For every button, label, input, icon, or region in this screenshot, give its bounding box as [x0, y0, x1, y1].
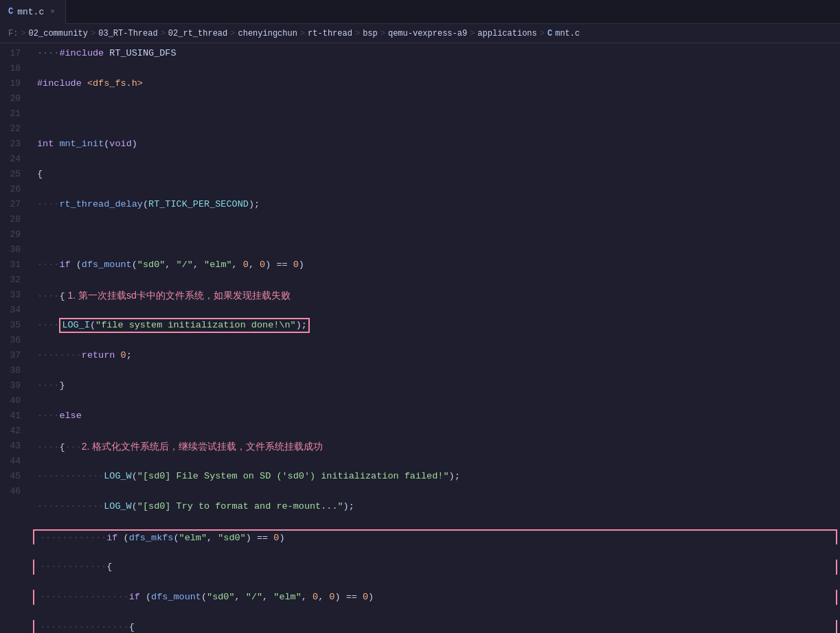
bc-chenyingchun[interactable]: chenyingchun: [238, 29, 297, 38]
bc-sep-0: >: [21, 29, 25, 38]
code-line-17: ····#include RT_USING_DFS: [32, 46, 840, 61]
code-line-35: ················if (dfs_mount("sd0", "/"…: [33, 590, 837, 605]
code-line-31: ············LOG_W("[sd0] File System on …: [32, 469, 840, 484]
code-line-26: ····LOG_I("file system initialization do…: [32, 318, 840, 333]
breadcrumb-f: F:: [8, 29, 18, 38]
code-line-24: ····if (dfs_mount("sd0", "/", "elm", 0, …: [32, 257, 840, 273]
bc-sep-3: >: [230, 29, 235, 38]
code-line-36: ················{: [33, 620, 837, 633]
bc-applications[interactable]: applications: [477, 29, 536, 38]
code-line-32: ············LOG_W("[sd0] Try to format a…: [32, 499, 840, 514]
code-line-22: ····rt_thread_delay(RT_TICK_PER_SECOND);: [32, 197, 840, 212]
code-line-20: int mnt_init(void): [32, 137, 840, 152]
bc-sep-5: >: [355, 29, 360, 38]
code-line-21: {: [32, 167, 840, 182]
code-line-33: ············if (dfs_mkfs("elm", "sd0") =…: [33, 529, 837, 544]
bc-03rtthread[interactable]: 03_RT-Thread: [98, 29, 157, 38]
tab-mnt-c[interactable]: C mnt.c ×: [0, 0, 66, 24]
bc-c-icon: C: [547, 29, 552, 38]
code-area[interactable]: ····#include RT_USING_DFS #include <dfs_…: [32, 43, 840, 633]
code-line-29: ····else: [32, 408, 840, 424]
bc-sep-6: >: [381, 29, 385, 38]
code-line-25: ····{ 1. 第一次挂载sd卡中的文件系统，如果发现挂载失败: [32, 288, 840, 303]
bc-sep-7: >: [470, 29, 475, 38]
bc-sep-4: >: [300, 29, 305, 38]
bc-mntc[interactable]: mnt.c: [555, 29, 580, 38]
code-line-27: ········return 0;: [32, 348, 840, 363]
code-line-19: [32, 106, 840, 122]
code-line-34: ············{: [33, 560, 837, 575]
code-line-18: #include <dfs_fs.h>: [32, 76, 840, 91]
bc-qemu[interactable]: qemu-vexpress-a9: [388, 29, 467, 38]
code-line-28: ····}: [32, 378, 840, 393]
c-language-icon: C: [8, 7, 13, 16]
bc-02rtthread[interactable]: 02_rt_thread: [168, 29, 227, 38]
tab-label: mnt.c: [17, 7, 44, 17]
editor-area: 17 18 19 20 21 22 23 24 25 26 27 28 29 3…: [0, 43, 840, 633]
tab-bar: C mnt.c ×: [0, 0, 840, 24]
breadcrumb: F: > 02_community > 03_RT-Thread > 02_rt…: [0, 24, 840, 43]
bc-bsp[interactable]: bsp: [363, 29, 378, 38]
bc-02community[interactable]: 02_community: [29, 29, 88, 38]
bc-sep-8: >: [540, 29, 545, 38]
bc-sep-2: >: [161, 29, 166, 38]
code-line-30: ····{···2. 格式化文件系统后，继续尝试挂载，文件系统挂载成功: [32, 439, 840, 454]
tab-close-button[interactable]: ×: [48, 7, 57, 16]
code-line-23: [32, 227, 840, 242]
bc-sep-1: >: [91, 29, 95, 38]
bc-rtthread[interactable]: rt-thread: [308, 29, 352, 38]
line-numbers: 17 18 19 20 21 22 23 24 25 26 27 28 29 3…: [0, 43, 32, 633]
